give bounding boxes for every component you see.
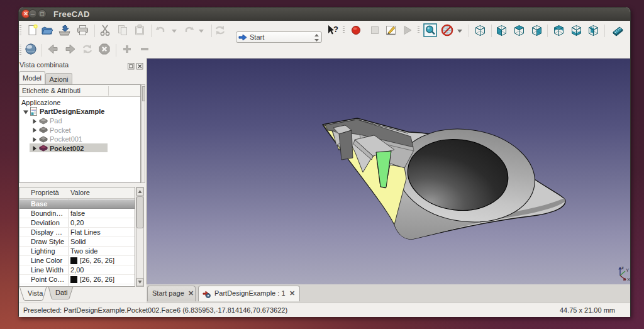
svg-text:z: z bbox=[621, 265, 624, 270]
svg-text:?: ? bbox=[333, 25, 338, 34]
svg-text:Vista: Vista bbox=[28, 289, 43, 297]
svg-text:Dati: Dati bbox=[55, 289, 68, 296]
svg-text:Y: Y bbox=[626, 267, 630, 273]
svg-text:X: X bbox=[627, 277, 631, 282]
